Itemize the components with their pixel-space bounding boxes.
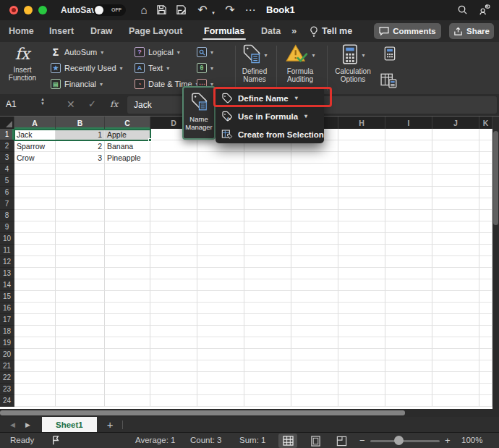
cell-B17[interactable] bbox=[56, 314, 105, 326]
cell-H20[interactable] bbox=[338, 349, 385, 360]
cell-I4[interactable] bbox=[385, 164, 432, 175]
cell-C19[interactable] bbox=[105, 337, 150, 349]
cell-D20[interactable] bbox=[150, 349, 197, 360]
cell-E12[interactable] bbox=[197, 256, 244, 268]
cell-J1[interactable] bbox=[432, 129, 479, 140]
cell-C1[interactable]: Apple bbox=[105, 129, 150, 140]
cell-A9[interactable] bbox=[14, 221, 56, 233]
cell-K18[interactable] bbox=[479, 326, 492, 337]
cell-H2[interactable] bbox=[338, 140, 385, 152]
cell-K20[interactable] bbox=[479, 349, 492, 360]
cell-B13[interactable] bbox=[56, 268, 105, 279]
cell-C6[interactable] bbox=[105, 187, 150, 198]
cell-I12[interactable] bbox=[385, 256, 432, 268]
cell-E6[interactable] bbox=[197, 187, 244, 198]
cell-G12[interactable] bbox=[291, 256, 338, 268]
row-header-13[interactable]: 13 bbox=[0, 268, 14, 279]
cell-C11[interactable] bbox=[105, 245, 150, 256]
cell-A17[interactable] bbox=[14, 314, 56, 326]
cell-C2[interactable]: Banana bbox=[105, 140, 150, 152]
cell-G22[interactable] bbox=[291, 372, 338, 384]
cell-H24[interactable] bbox=[338, 395, 385, 407]
tell-me[interactable]: Tell me bbox=[310, 20, 352, 42]
cell-A19[interactable] bbox=[14, 337, 56, 349]
cell-J4[interactable] bbox=[432, 164, 479, 175]
cell-D10[interactable] bbox=[150, 233, 197, 245]
cell-A13[interactable] bbox=[14, 268, 56, 279]
cell-C21[interactable] bbox=[105, 360, 150, 372]
tab-draw[interactable]: Draw bbox=[90, 20, 113, 42]
cell-K14[interactable] bbox=[479, 279, 492, 291]
name-manager-button[interactable]: Name Manager bbox=[182, 86, 216, 140]
cell-K16[interactable] bbox=[479, 303, 492, 314]
cell-C13[interactable] bbox=[105, 268, 150, 279]
zoom-in-button[interactable]: + bbox=[445, 435, 451, 446]
cancel-icon[interactable]: ✕ bbox=[67, 98, 75, 110]
autosave-toggle[interactable]: OFF bbox=[93, 4, 126, 16]
cell-B2[interactable]: 2 bbox=[56, 140, 105, 152]
cell-H21[interactable] bbox=[338, 360, 385, 372]
cell-D18[interactable] bbox=[150, 326, 197, 337]
cell-K17[interactable] bbox=[479, 314, 492, 326]
tab-insert[interactable]: Insert bbox=[49, 20, 74, 42]
cell-A3[interactable]: Crow bbox=[14, 152, 56, 164]
cell-H13[interactable] bbox=[338, 268, 385, 279]
cell-E9[interactable] bbox=[197, 221, 244, 233]
cell-D17[interactable] bbox=[150, 314, 197, 326]
home-icon[interactable]: ⌂ bbox=[137, 4, 150, 17]
cell-K1[interactable] bbox=[479, 129, 492, 140]
cell-B15[interactable] bbox=[56, 291, 105, 303]
cell-G21[interactable] bbox=[291, 360, 338, 372]
cell-C4[interactable] bbox=[105, 164, 150, 175]
cell-D15[interactable] bbox=[150, 291, 197, 303]
cell-C5[interactable] bbox=[105, 175, 150, 187]
cell-D12[interactable] bbox=[150, 256, 197, 268]
cell-B19[interactable] bbox=[56, 337, 105, 349]
cell-C14[interactable] bbox=[105, 279, 150, 291]
cell-G23[interactable] bbox=[291, 384, 338, 395]
zoom-window-button[interactable] bbox=[38, 6, 47, 14]
cell-C23[interactable] bbox=[105, 384, 150, 395]
cell-H8[interactable] bbox=[338, 210, 385, 221]
cell-J10[interactable] bbox=[432, 233, 479, 245]
cell-E11[interactable] bbox=[197, 245, 244, 256]
prev-sheet-icon[interactable]: ◀ bbox=[10, 421, 15, 428]
cell-E24[interactable] bbox=[197, 395, 244, 407]
cell-A10[interactable] bbox=[14, 233, 56, 245]
row-header-24[interactable]: 24 bbox=[0, 395, 14, 407]
cell-B1[interactable]: 1 bbox=[56, 129, 105, 140]
cell-E14[interactable] bbox=[197, 279, 244, 291]
row-header-6[interactable]: 6 bbox=[0, 187, 14, 198]
menu-item-create-from-selection[interactable]: Create from Selection bbox=[216, 125, 324, 143]
cell-B5[interactable] bbox=[56, 175, 105, 187]
cell-F12[interactable] bbox=[244, 256, 291, 268]
cell-I10[interactable] bbox=[385, 233, 432, 245]
cell-D8[interactable] bbox=[150, 210, 197, 221]
cell-H9[interactable] bbox=[338, 221, 385, 233]
search-icon[interactable] bbox=[457, 4, 470, 17]
cell-H1[interactable] bbox=[338, 129, 385, 140]
cell-J22[interactable] bbox=[432, 372, 479, 384]
cell-I23[interactable] bbox=[385, 384, 432, 395]
cell-H16[interactable] bbox=[338, 303, 385, 314]
zoom-out-button[interactable]: − bbox=[359, 435, 365, 446]
cell-F11[interactable] bbox=[244, 245, 291, 256]
row-header-2[interactable]: 2 bbox=[0, 140, 14, 152]
cell-A12[interactable] bbox=[14, 256, 56, 268]
cell-C8[interactable] bbox=[105, 210, 150, 221]
row-header-12[interactable]: 12 bbox=[0, 256, 14, 268]
cell-K24[interactable] bbox=[479, 395, 492, 407]
column-header-j[interactable]: J bbox=[432, 117, 479, 129]
column-header-h[interactable]: H bbox=[338, 117, 385, 129]
row-header-22[interactable]: 22 bbox=[0, 372, 14, 384]
cell-I18[interactable] bbox=[385, 326, 432, 337]
cell-D7[interactable] bbox=[150, 198, 197, 210]
menu-item-use-in-formula[interactable]: fx Use in Formula ▾ bbox=[216, 107, 324, 125]
cell-C3[interactable]: Pineapple bbox=[105, 152, 150, 164]
cell-G5[interactable] bbox=[291, 175, 338, 187]
cell-G15[interactable] bbox=[291, 291, 338, 303]
row-header-15[interactable]: 15 bbox=[0, 291, 14, 303]
cell-H5[interactable] bbox=[338, 175, 385, 187]
cell-H3[interactable] bbox=[338, 152, 385, 164]
cell-A6[interactable] bbox=[14, 187, 56, 198]
